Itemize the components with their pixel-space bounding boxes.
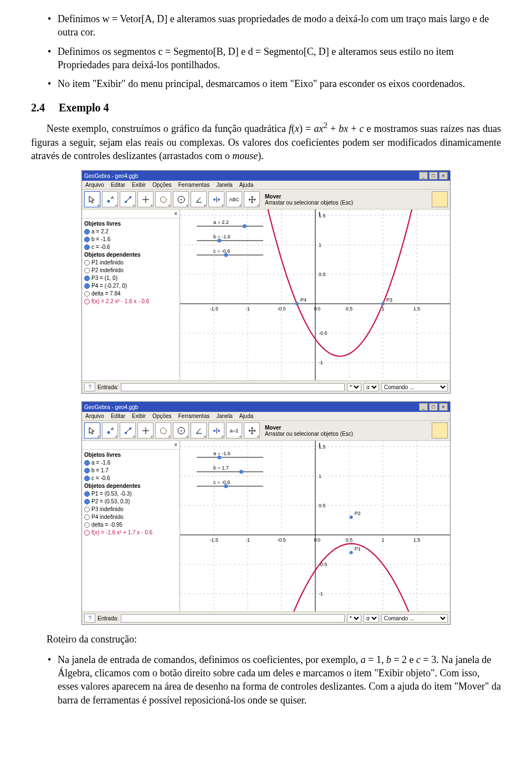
dep-fx[interactable]: f(x) = -1.6 x² + 1.7 x - 0.6 [84,529,177,537]
algebra-panel: × Objetos livres a = 2.2 b = -1.6 c = -0… [82,210,180,380]
bullet-item: Definimos os segmentos c = Segmento[B, D… [48,45,501,72]
dep-p1[interactable]: P1 = (0.53, -0.3) [84,490,177,498]
menu-exibir[interactable]: Exibir [132,413,146,419]
svg-point-107 [224,485,228,488]
var-c[interactable]: c = -0.6 [84,475,177,482]
close-icon[interactable]: × [439,403,448,411]
svg-marker-7 [160,196,167,203]
tool-reflect[interactable] [208,191,224,207]
svg-text:A: A [111,427,114,431]
greek-select[interactable]: α [364,383,379,391]
menu-ferramentas[interactable]: Ferramentas [178,413,210,419]
panel-close-icon[interactable]: × [174,211,177,217]
tool-angle[interactable] [191,191,207,207]
menu-arquivo[interactable]: Arquivo [85,413,104,419]
svg-text:0.5: 0.5 [319,503,326,508]
input-field[interactable] [121,614,345,623]
tool-extras[interactable] [432,191,448,207]
dep-fx[interactable]: f(x) = 2.2 x² - 1.6 x - 0.6 [84,298,177,305]
title-bar: GeoGebra - geo4.ggb _ □ × [82,402,450,412]
dep-delta[interactable]: delta = -0.95 [84,521,177,529]
var-a[interactable]: a = -1.6 [84,459,177,467]
svg-text:P1: P1 [355,546,361,552]
tool-text[interactable]: ABC [226,191,242,207]
tool-move[interactable] [84,422,100,439]
dep-p4[interactable]: P4 = (-0.27, 0) [84,282,177,290]
var-b[interactable]: b = 1.7 [84,467,177,475]
tool-move-view[interactable] [244,191,260,207]
tool-polygon[interactable] [155,191,171,207]
tool-angle[interactable] [191,422,207,439]
dep-p2[interactable]: P2 indefinido [84,267,177,274]
tool-reflect[interactable] [208,422,224,439]
var-b[interactable]: b = -1.6 [84,236,177,243]
svg-text:f: f [319,442,320,448]
menu-ajuda[interactable]: Ajuda [239,182,254,188]
help-icon[interactable]: ? [84,614,95,623]
tool-perp[interactable] [137,422,154,439]
tool-slider[interactable]: a=2 [226,422,242,439]
menu-editar[interactable]: Editar [111,413,125,419]
toolbar: A a=2 MoverArrastar ou selecionar objeto… [82,420,450,441]
menu-arquivo[interactable]: Arquivo [85,182,104,188]
command-select[interactable]: Comando ... [381,614,448,623]
svg-point-4 [129,196,131,198]
menu-janela[interactable]: Janela [216,182,232,188]
tool-description: MoverArrastar ou selecionar objetos (Esc… [265,425,353,437]
close-icon[interactable]: × [439,172,448,180]
input-field[interactable] [121,383,345,391]
var-c[interactable]: c = -0.6 [84,243,177,251]
menu-opcoes[interactable]: Opções [152,413,171,419]
dep-p3[interactable]: P3 = (1, 0) [84,274,177,282]
tool-extras[interactable] [432,422,448,439]
minimize-icon[interactable]: _ [419,172,428,180]
graphics-view[interactable]: -1.5-1-0.500.511.5-1-0.50.511.50fP3P4a =… [180,210,450,380]
panel-close-icon[interactable]: × [174,442,177,448]
menu-exibir[interactable]: Exibir [132,182,146,188]
svg-text:-1.5: -1.5 [209,537,218,543]
menu-opcoes[interactable]: Opções [152,182,171,188]
dep-p1[interactable]: P1 indefinido [84,259,177,267]
tool-move[interactable] [84,191,100,207]
figure-1: GeoGebra - geo4.ggb _ □ × Arquivo Editar… [81,170,451,394]
svg-marker-61 [160,427,167,434]
svg-text:-0.5: -0.5 [277,537,286,543]
tool-circle[interactable] [173,191,189,207]
command-select[interactable]: Comando ... [381,383,448,391]
symbol-select[interactable]: * [347,614,361,623]
maximize-icon[interactable]: □ [429,172,438,180]
help-icon[interactable]: ? [84,383,95,391]
tool-point[interactable]: A [102,191,118,207]
tool-circle[interactable] [173,422,189,439]
symbol-select[interactable]: * [347,383,361,391]
menu-editar[interactable]: Editar [111,182,125,188]
svg-text:0: 0 [318,537,320,543]
minimize-icon[interactable]: _ [419,403,428,411]
tool-perp[interactable] [137,191,154,207]
menu-ajuda[interactable]: Ajuda [239,413,254,419]
dep-p2[interactable]: P2 = (0.53, 0.3) [84,498,177,506]
tool-point[interactable]: A [102,422,118,439]
var-a[interactable]: a = 2.2 [84,228,177,236]
dep-p3[interactable]: P3 indefinido [84,506,177,513]
maximize-icon[interactable]: □ [429,403,438,411]
tool-line[interactable] [120,191,136,207]
tool-line[interactable] [120,422,136,439]
group-free: Objetos livres [84,220,177,228]
dep-delta[interactable]: delta = 7.84 [84,290,177,298]
dep-p4[interactable]: P4 indefinido [84,513,177,521]
window-title: GeoGebra - geo4.ggb [84,173,418,179]
graphics-view[interactable]: -1.5-1-0.500.511.5-1-0.50.511.50fP1P2a =… [180,441,450,611]
svg-text:1: 1 [319,473,321,479]
geogebra-window-2: GeoGebra - geo4.ggb _ □ × Arquivo Editar… [81,401,451,625]
tool-polygon[interactable] [155,422,171,439]
menu-janela[interactable]: Janela [216,413,232,419]
title-bar: GeoGebra - geo4.ggb _ □ × [82,171,450,181]
bullet-item: Na janela de entrada de comandos, defini… [48,653,501,707]
input-bar: ? Entrada: * α Comando ... [82,380,450,393]
svg-text:-1: -1 [319,360,323,366]
tool-move-view[interactable] [244,422,260,439]
svg-text:P4: P4 [300,297,306,303]
greek-select[interactable]: α [364,614,379,623]
menu-ferramentas[interactable]: Ferramentas [178,182,210,188]
